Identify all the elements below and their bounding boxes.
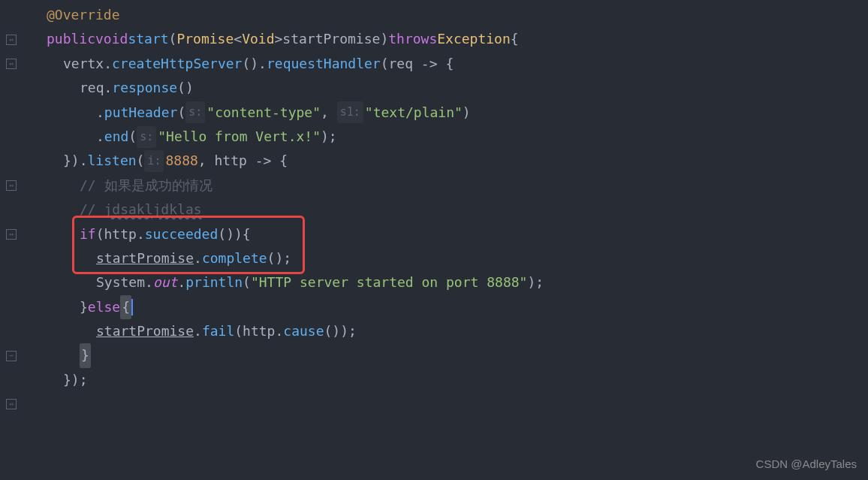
code-line[interactable]: .putHeader( s: "content-type", s1: "text…: [30, 101, 868, 125]
code-line[interactable]: // 如果是成功的情况: [30, 174, 868, 198]
code-line[interactable]: vertx.createHttpServer().requestHandler(…: [30, 52, 868, 76]
code-editor[interactable]: ⇔ ⇔ ⇔ ⇔ − ⇔ @Override public void start(…: [0, 0, 868, 480]
brace-highlight: {: [120, 295, 131, 319]
code-line[interactable]: @Override: [30, 3, 868, 27]
type-promise: Promise: [176, 27, 234, 51]
keyword-if: if: [80, 222, 96, 246]
comment: // 如果是成功的情况: [80, 174, 212, 198]
code-line[interactable]: // jdsakljdklas: [30, 198, 868, 222]
param-hint: s:: [185, 101, 205, 123]
keyword-else: else: [88, 295, 120, 319]
fold-icon[interactable]: ⇔: [0, 52, 23, 76]
code-line[interactable]: startPromise.complete();: [30, 246, 868, 270]
fold-icon[interactable]: ⇔: [0, 27, 23, 51]
keyword-throws: throws: [388, 27, 437, 51]
fold-icon[interactable]: ⇔: [0, 222, 23, 246]
param-hint: i:: [144, 150, 164, 172]
type-void: Void: [242, 27, 274, 51]
code-content[interactable]: @Override public void start(Promise<Void…: [23, 0, 868, 480]
code-line[interactable]: req.response(): [30, 76, 868, 100]
code-line[interactable]: });: [30, 368, 868, 392]
keyword-public: public: [47, 27, 95, 51]
code-line[interactable]: System.out.println("HTTP server started …: [30, 270, 868, 294]
comment-typo: jdsakljdklas: [104, 198, 202, 222]
method-start: start: [128, 27, 168, 51]
code-line[interactable]: if (http.succeeded()) {: [30, 222, 868, 246]
code-line[interactable]: .end( s: "Hello from Vert.x!");: [30, 125, 868, 149]
type-exception: Exception: [437, 27, 511, 51]
gutter: ⇔ ⇔ ⇔ ⇔ − ⇔: [0, 0, 23, 480]
fold-minus-icon[interactable]: −: [0, 343, 23, 367]
brace-highlight: }: [80, 343, 91, 367]
param-hint: s1:: [337, 101, 363, 123]
text-cursor: [131, 299, 133, 315]
code-line[interactable]: }: [30, 343, 868, 367]
code-line[interactable]: public void start(Promise<Void> startPro…: [30, 27, 868, 51]
code-line[interactable]: }).listen( i: 8888, http -> {: [30, 149, 868, 173]
code-line[interactable]: } else {: [30, 295, 868, 319]
param-hint: s:: [137, 126, 156, 148]
annotation: @Override: [47, 3, 120, 27]
fold-icon[interactable]: ⇔: [0, 174, 23, 198]
fold-icon[interactable]: ⇔: [0, 392, 23, 416]
watermark: CSDN @AdleyTales: [756, 454, 857, 474]
keyword-void: void: [95, 27, 128, 51]
code-line[interactable]: startPromise.fail(http.cause());: [30, 319, 868, 343]
